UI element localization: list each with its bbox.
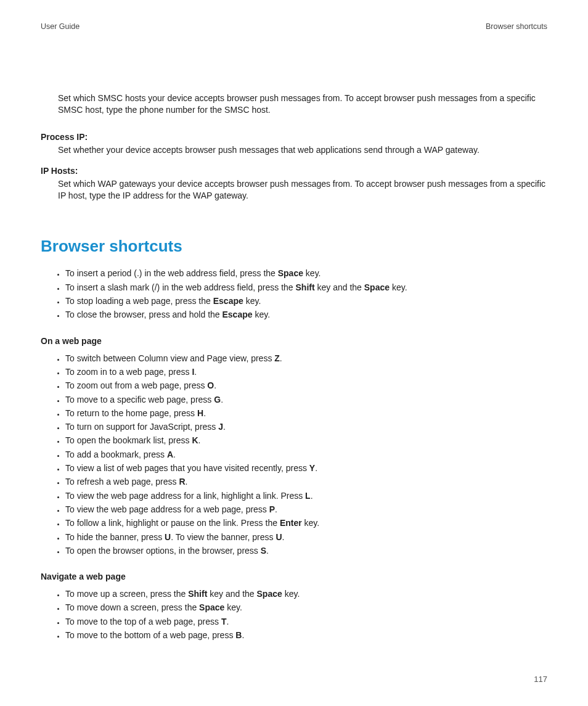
list-item: To switch between Column view and Page v… — [65, 352, 547, 364]
term-description: Set whether your device accepts browser … — [58, 144, 547, 156]
bold-text: Shift — [296, 282, 315, 292]
list-item: To insert a period (.) in the web addres… — [65, 267, 547, 279]
section-title: Browser shortcuts — [41, 237, 547, 256]
list-item: To insert a slash mark (/) in the web ad… — [65, 281, 547, 293]
bold-text: Space — [364, 282, 390, 292]
list-item: To add a bookmark, press A. — [65, 448, 547, 461]
list-item: To move up a screen, press the Shift key… — [65, 588, 547, 600]
bold-text: U — [276, 532, 282, 542]
bold-text: L — [305, 491, 311, 501]
subheading-navigate: Navigate a web page — [41, 572, 547, 581]
list-item: To open the bookmark list, press K. — [65, 434, 547, 446]
term-description: Set which WAP gateways your device accep… — [58, 178, 547, 202]
bold-text: U — [165, 532, 171, 542]
list-item: To open the browser options, in the brow… — [65, 544, 547, 557]
list-item: To turn on support for JavaScript, press… — [65, 421, 547, 433]
term-label-text: IP Hosts — [41, 166, 75, 176]
list-item: To refresh a web page, press R. — [65, 475, 547, 488]
bold-text: Space — [257, 589, 282, 599]
definition-list: Process IP:Set whether your device accep… — [41, 126, 547, 211]
document-page: User Guide Browser shortcuts Set which S… — [0, 0, 588, 706]
web-shortcuts-list: To switch between Column view and Page v… — [41, 351, 547, 558]
bold-text: S — [261, 546, 266, 556]
list-item: To return to the home page, press H. — [65, 407, 547, 419]
header-left: User Guide — [41, 22, 80, 31]
list-item: To view a list of web pages that you hav… — [65, 462, 547, 474]
bold-text: K — [192, 435, 198, 445]
bold-text: Escape — [222, 310, 252, 319]
term-label: IP Hosts: — [41, 166, 547, 176]
bold-text: P — [269, 504, 275, 514]
bold-text: H — [197, 408, 203, 418]
bold-text: Y — [309, 463, 315, 473]
bold-text: A — [167, 449, 173, 459]
term-label-text: Process IP — [41, 132, 85, 142]
list-item: To move down a screen, press the Space k… — [65, 601, 547, 614]
header-right: Browser shortcuts — [486, 22, 547, 31]
bold-text: Escape — [213, 296, 243, 306]
bold-text: Space — [278, 268, 303, 278]
bold-text: O — [207, 380, 214, 390]
list-item: To stop loading a web page, press the Es… — [65, 295, 547, 307]
bold-text: G — [214, 395, 221, 404]
subheading-on-web-page: On a web page — [41, 336, 547, 346]
list-item: To view the web page address for a link,… — [65, 490, 547, 502]
bold-text: Space — [199, 602, 224, 612]
nav-shortcuts-list: To move up a screen, press the Shift key… — [41, 586, 547, 642]
bold-text: Z — [274, 353, 280, 363]
list-item: To view the web page address for a web p… — [65, 503, 547, 515]
list-item: To move to the top of a web page, press … — [65, 615, 547, 628]
bold-text: J — [218, 422, 223, 432]
list-item: To zoom in to a web page, press I. — [65, 366, 547, 378]
bold-text: B — [235, 630, 242, 640]
list-item: To close the browser, press and hold the… — [65, 308, 547, 321]
page-number: 117 — [534, 675, 547, 684]
bold-text: T — [221, 617, 227, 626]
intro-paragraph: Set which SMSC hosts your device accepts… — [58, 92, 547, 116]
bold-text: Shift — [188, 589, 207, 599]
top-shortcuts-list: To insert a period (.) in the web addres… — [41, 266, 547, 322]
bold-text: Enter — [280, 518, 302, 528]
list-item: To move to a specific web page, press G. — [65, 393, 547, 406]
bold-text: I — [192, 367, 194, 377]
list-item: To zoom out from a web page, press O. — [65, 379, 547, 392]
term-label: Process IP: — [41, 132, 547, 142]
page-header: User Guide Browser shortcuts — [41, 22, 547, 31]
bold-text: R — [179, 477, 185, 486]
list-item: To move to the bottom of a web page, pre… — [65, 629, 547, 641]
list-item: To follow a link, highlight or pause on … — [65, 517, 547, 529]
list-item: To hide the banner, press U. To view the… — [65, 531, 547, 543]
